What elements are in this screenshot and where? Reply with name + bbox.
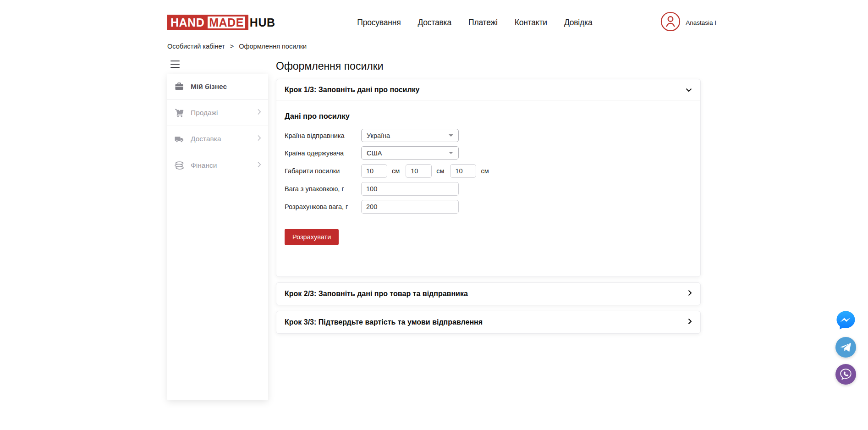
step-1-label: Крок 1/3: Заповніть дані про посилку — [285, 86, 420, 94]
header: HAND MADE HUB Просування Доставка Платеж… — [167, 0, 701, 31]
unit-label: см — [436, 167, 444, 175]
chevron-right-icon — [688, 318, 692, 326]
breadcrumb-link-account[interactable]: Особистий кабінет — [167, 43, 225, 50]
logo-text-made: MADE — [208, 17, 245, 28]
step-2-header[interactable]: Крок 2/3: Заповніть дані про товар та ві… — [276, 283, 700, 305]
recipient-country-value: США — [367, 149, 382, 157]
calc-weight-row: Розрахункова вага, г — [285, 200, 692, 214]
step-1-body: Дані про посилку Країна відправника Укра… — [276, 100, 700, 276]
nav-item-payments[interactable]: Платежі — [468, 18, 498, 28]
nav-item-contacts[interactable]: Контакти — [515, 18, 547, 28]
sender-country-select[interactable]: Україна — [361, 129, 459, 142]
unit-label: см — [481, 167, 489, 175]
nav-item-delivery[interactable]: Доставка — [418, 18, 451, 28]
user-menu[interactable]: Anastasia I — [660, 11, 716, 33]
recipient-country-select[interactable]: США — [361, 146, 459, 160]
sidebar-item-sales[interactable]: Продажі — [167, 100, 268, 126]
briefcase-icon — [174, 82, 184, 92]
sender-country-value: Україна — [367, 132, 390, 139]
sender-country-row: Країна відправника Україна — [285, 129, 692, 142]
content: Мій бізнес Продажі — [167, 60, 701, 400]
step-1-card: Крок 1/3: Заповніть дані про посилку Дан… — [276, 79, 701, 277]
logo-red-box: HAND MADE — [167, 15, 248, 30]
unit-label: см — [392, 167, 400, 175]
nav-item-help[interactable]: Довідка — [564, 18, 593, 28]
weight-label: Вага з упаковкою, г — [285, 185, 361, 193]
caret-down-icon — [449, 152, 453, 154]
telegram-icon[interactable] — [835, 337, 856, 358]
dimensions-row: Габарити посилки см см см — [285, 164, 692, 178]
step-3-card: Крок 3/3: Підтвердьте вартість та умови … — [276, 311, 701, 334]
form-heading: Дані про посилку — [285, 112, 692, 121]
caret-down-icon — [449, 134, 453, 137]
calc-weight-input[interactable] — [361, 200, 459, 214]
calculate-button[interactable]: Розрахувати — [285, 229, 339, 245]
sidebar-item-delivery[interactable]: Доставка — [167, 126, 268, 152]
logo[interactable]: HAND MADE HUB — [167, 15, 275, 30]
step-2-label: Крок 2/3: Заповніть дані про товар та ві… — [285, 290, 468, 298]
weight-row: Вага з упаковкою, г — [285, 182, 692, 196]
sidebar-item-finance[interactable]: Фінанси — [167, 152, 268, 178]
user-avatar-icon — [660, 11, 681, 33]
dimension-width-input[interactable] — [406, 164, 432, 178]
cart-icon — [174, 108, 184, 118]
breadcrumb-separator: > — [230, 43, 234, 50]
sidebar-item-my-business[interactable]: Мій бізнес — [167, 74, 268, 100]
sidebar-item-label: Фінанси — [191, 161, 217, 170]
truck-icon — [174, 134, 184, 144]
coins-icon — [174, 160, 184, 171]
hamburger-icon[interactable] — [170, 61, 180, 68]
sidebar: Мій бізнес Продажі — [167, 60, 268, 400]
chevron-right-icon — [257, 161, 261, 170]
chevron-right-icon — [688, 290, 692, 298]
dimensions-label: Габарити посилки — [285, 167, 361, 175]
messenger-icon[interactable] — [835, 310, 856, 331]
logo-text-hand: HAND — [170, 16, 204, 29]
breadcrumb-current: Оформлення посилки — [239, 43, 307, 50]
dimension-length-input[interactable] — [361, 164, 387, 178]
chevron-down-icon — [686, 86, 692, 94]
sidebar-panel: Мій бізнес Продажі — [167, 74, 268, 400]
recipient-country-row: Країна одержувача США — [285, 146, 692, 160]
sender-country-label: Країна відправника — [285, 132, 361, 139]
logo-text-hub: HUB — [250, 16, 275, 29]
breadcrumb: Особистий кабінет > Оформлення посилки — [167, 43, 701, 50]
viber-icon[interactable] — [835, 364, 856, 385]
recipient-country-label: Країна одержувача — [285, 149, 361, 157]
page-container: HAND MADE HUB Просування Доставка Платеж… — [167, 0, 701, 400]
user-name: Anastasia I — [686, 19, 716, 26]
weight-input[interactable] — [361, 182, 459, 196]
nav-item-promotion[interactable]: Просування — [357, 18, 401, 28]
social-buttons — [835, 310, 856, 385]
chevron-right-icon — [257, 135, 261, 143]
main-nav: Просування Доставка Платежі Контакти Дов… — [343, 18, 592, 28]
sidebar-item-label: Доставка — [191, 135, 221, 143]
main: Оформлення посилки Крок 1/3: Заповніть д… — [276, 60, 701, 339]
page-title: Оформлення посилки — [276, 60, 701, 72]
step-1-header[interactable]: Крок 1/3: Заповніть дані про посилку — [276, 79, 700, 100]
dimension-height-input[interactable] — [450, 164, 476, 178]
step-3-header[interactable]: Крок 3/3: Підтвердьте вартість та умови … — [276, 311, 700, 333]
sidebar-item-label: Мій бізнес — [191, 83, 227, 91]
step-3-label: Крок 3/3: Підтвердьте вартість та умови … — [285, 318, 483, 326]
calc-weight-label: Розрахункова вага, г — [285, 203, 361, 210]
chevron-right-icon — [257, 109, 261, 117]
step-2-card: Крок 2/3: Заповніть дані про товар та ві… — [276, 282, 701, 305]
sidebar-item-label: Продажі — [191, 109, 218, 117]
